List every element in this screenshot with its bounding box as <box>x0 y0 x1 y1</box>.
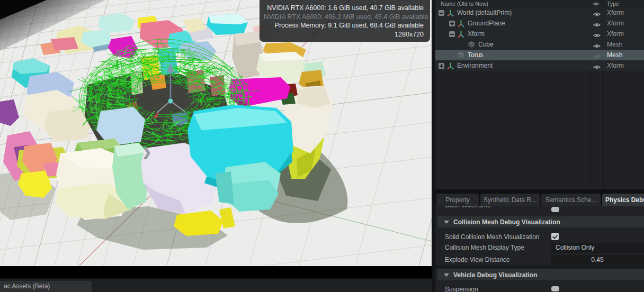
cloth-wireframe-label: Cloth Wireframe <box>445 206 491 211</box>
section-title: Collision Mesh Debug Visualization <box>453 218 560 226</box>
display-type-row: Collision Mesh Display Type Collision On… <box>435 242 644 254</box>
section-vehicle-debug[interactable]: Vehicle Debug Visualization <box>437 269 644 280</box>
tab-semantics-schema[interactable]: Semantics Sche... <box>541 194 601 206</box>
column-header-name[interactable]: Name (Old to New) <box>441 1 488 7</box>
prim-type: Xform <box>607 30 624 38</box>
suspension-label: Suspension <box>445 286 478 292</box>
physics-debug-panel: Cloth Wireframe Collision Mesh Debug Vis… <box>435 206 644 292</box>
prim-name[interactable]: Environment <box>457 62 493 69</box>
prim-type: Xform <box>607 9 624 16</box>
section-divider <box>435 266 644 268</box>
omniverse-window: ❯ , Frame time: ms NVIDIA RTX A6000: 1.6… <box>0 0 644 292</box>
prim-type: Xform <box>607 20 624 27</box>
tab-synthetic-data-recorder[interactable]: Synthetic Data R... <box>480 194 540 206</box>
prim-type: Mesh <box>607 41 622 48</box>
nav-chevron-icon[interactable]: ❯ <box>142 145 151 158</box>
prim-type: Mesh <box>607 51 622 59</box>
expand-icon[interactable] <box>449 21 455 26</box>
visibility-eye-icon[interactable] <box>590 62 603 72</box>
section-collision-mesh-debug[interactable]: Collision Mesh Debug Visualization <box>437 216 644 227</box>
section-collapse-triangle-icon <box>444 221 449 224</box>
suspension-toggle[interactable] <box>551 286 559 291</box>
section-collapse-triangle-icon <box>444 273 449 277</box>
stage-row-world[interactable]: World (defaultPrim) Xform <box>435 7 644 18</box>
xform-icon <box>446 9 455 16</box>
visibility-column-eye-icon <box>593 1 600 7</box>
tab-isaac-assets[interactable]: ac Assets (Beta) <box>0 281 92 292</box>
display-type-label: Collision Mesh Display Type <box>445 244 524 251</box>
stats-process-memory: Process Memory: 9.1 GiB used, 68.4 GiB a… <box>264 21 424 30</box>
display-type-dropdown[interactable]: Collision Only <box>551 243 644 253</box>
stage-row-cube[interactable]: Cube Mesh <box>435 39 644 50</box>
stats-gpu0: NVIDIA RTX A6000: 1.6 GiB used, 40.7 GiB… <box>264 4 424 13</box>
mesh-cube-icon <box>457 51 466 59</box>
cloth-wireframe-row: Cloth Wireframe <box>435 206 644 212</box>
viewport-letterbox <box>0 266 432 278</box>
suspension-row: Suspension <box>435 284 644 292</box>
tab-physics-debugger[interactable]: Physics Debu <box>602 194 644 206</box>
prim-name[interactable]: Xform <box>468 30 485 38</box>
explode-distance-field[interactable]: 0.45 <box>551 255 644 265</box>
viewport-panel[interactable]: ❯ , Frame time: ms NVIDIA RTX A6000: 1.6… <box>0 0 432 278</box>
bottom-dock-bar: ac Assets (Beta) <box>0 278 432 292</box>
section-title: Vehicle Debug Visualization <box>453 271 538 279</box>
prim-name[interactable]: Cube <box>478 41 494 48</box>
mesh-cube-icon <box>468 41 476 48</box>
expand-icon[interactable] <box>439 63 444 69</box>
stage-row-xform[interactable]: Xform Xform <box>435 29 644 39</box>
solid-collision-checkbox[interactable] <box>551 233 559 240</box>
prim-name[interactable]: World (defaultPrim) <box>457 9 512 16</box>
column-header-type[interactable]: Type <box>607 1 619 7</box>
explode-distance-row: Explode View Distance 0.45 <box>435 254 644 266</box>
xform-icon <box>457 30 466 38</box>
prim-name[interactable]: GroundPlane <box>468 20 505 27</box>
explode-distance-label: Explode View Distance <box>445 256 510 263</box>
tab-property[interactable]: Property <box>436 194 479 206</box>
stage-row-groundplane[interactable]: GroundPlane Xform <box>435 18 644 29</box>
cloth-wireframe-toggle[interactable] <box>551 207 559 212</box>
xform-icon <box>457 20 466 27</box>
stage-row-environment[interactable]: Environment Xform <box>435 60 644 71</box>
collapse-icon[interactable] <box>449 31 455 37</box>
stage-header[interactable]: Name (Old to New) Type <box>435 0 644 8</box>
stats-gpu1: NVIDIA RTX A6000: 496.2 MiB used, 45.4 G… <box>264 13 424 22</box>
stage-tree-panel: Name (Old to New) Type World (defaultPri… <box>435 0 644 189</box>
xform-icon <box>446 62 455 69</box>
prim-name[interactable]: Torus <box>468 51 483 59</box>
viewport-stats-overlay: , Frame time: ms NVIDIA RTX A6000: 1.6 G… <box>260 0 430 42</box>
panel-divider[interactable] <box>432 0 435 292</box>
prim-type: Xform <box>607 62 624 69</box>
solid-collision-label: Solid Collision Mesh Visualization <box>445 233 540 241</box>
panel-tab-bar: Property Synthetic Data R... Semantics S… <box>435 189 644 206</box>
collapse-icon[interactable] <box>439 10 444 16</box>
stage-row-torus[interactable]: Torus Mesh <box>435 50 644 60</box>
right-panel: Name (Old to New) Type World (defaultPri… <box>435 0 644 292</box>
stats-resolution: 1280x720 <box>264 30 424 39</box>
